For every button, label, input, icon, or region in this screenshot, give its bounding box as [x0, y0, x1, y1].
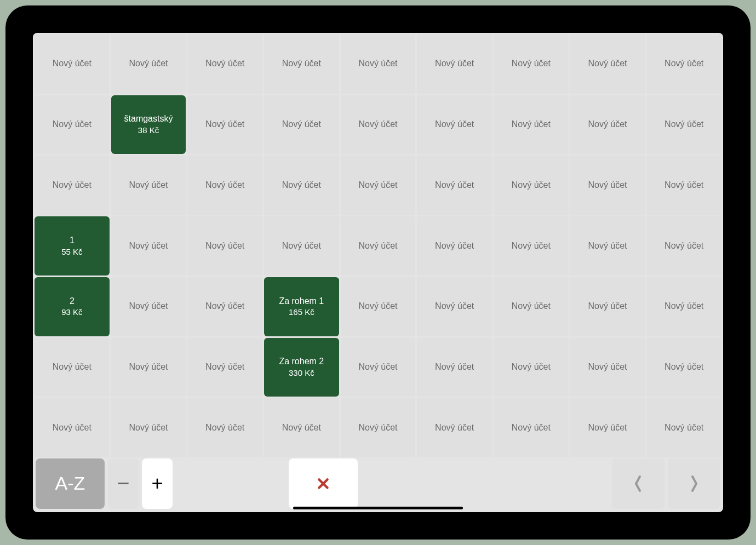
- new-account-tile[interactable]: Nový účet: [35, 95, 110, 154]
- sort-button[interactable]: A-Z: [36, 458, 105, 509]
- new-account-tile[interactable]: Nový účet: [570, 95, 645, 154]
- new-account-label: Nový účet: [512, 240, 551, 252]
- new-account-tile[interactable]: Nový účet: [187, 95, 262, 154]
- new-account-label: Nový účet: [53, 180, 91, 191]
- new-account-tile[interactable]: Nový účet: [341, 338, 416, 397]
- new-account-label: Nový účet: [435, 362, 474, 373]
- new-account-label: Nový účet: [358, 58, 397, 70]
- new-account-tile[interactable]: Nový účet: [264, 216, 339, 276]
- new-account-tile[interactable]: Nový účet: [35, 35, 110, 94]
- new-account-tile[interactable]: Nový účet: [187, 216, 262, 276]
- home-indicator: [293, 507, 463, 509]
- new-account-tile[interactable]: Nový účet: [570, 216, 645, 276]
- new-account-tile[interactable]: Nový účet: [417, 398, 492, 457]
- new-account-tile[interactable]: Nový účet: [341, 95, 416, 154]
- new-account-tile[interactable]: Nový účet: [570, 338, 645, 397]
- new-account-tile[interactable]: Nový účet: [417, 216, 492, 276]
- new-account-tile[interactable]: Nový účet: [646, 277, 721, 336]
- next-page-button[interactable]: [668, 458, 720, 509]
- new-account-tile[interactable]: Nový účet: [570, 277, 645, 336]
- new-account-tile[interactable]: Nový účet: [417, 338, 492, 397]
- open-account-tile[interactable]: 155 Kč: [35, 216, 110, 276]
- new-account-label: Nový účet: [53, 119, 91, 130]
- new-account-tile[interactable]: Nový účet: [187, 156, 262, 215]
- new-account-tile[interactable]: Nový účet: [417, 35, 492, 94]
- new-account-tile[interactable]: Nový účet: [35, 398, 110, 457]
- new-account-tile[interactable]: Nový účet: [646, 95, 721, 154]
- new-account-tile[interactable]: Nový účet: [494, 35, 569, 94]
- new-account-label: Nový účet: [129, 301, 168, 312]
- chevron-right-icon: [689, 474, 699, 493]
- new-account-label: Nový účet: [205, 180, 244, 191]
- new-account-label: Nový účet: [665, 422, 703, 434]
- new-account-tile[interactable]: Nový účet: [111, 156, 186, 215]
- new-account-tile[interactable]: Nový účet: [570, 156, 645, 215]
- new-account-tile[interactable]: Nový účet: [264, 398, 339, 457]
- new-account-tile[interactable]: Nový účet: [35, 338, 110, 397]
- new-account-label: Nový účet: [358, 240, 397, 252]
- account-amount: 38 Kč: [138, 125, 159, 136]
- new-account-label: Nový účet: [129, 180, 168, 191]
- new-account-tile[interactable]: Nový účet: [187, 277, 262, 336]
- new-account-label: Nový účet: [205, 301, 244, 312]
- new-account-tile[interactable]: Nový účet: [494, 338, 569, 397]
- new-account-tile[interactable]: Nový účet: [341, 277, 416, 336]
- new-account-label: Nový účet: [665, 58, 703, 70]
- open-account-tile[interactable]: 293 Kč: [35, 277, 110, 336]
- account-amount: 165 Kč: [289, 307, 314, 318]
- open-account-tile[interactable]: Za rohem 1165 Kč: [264, 277, 339, 336]
- new-account-tile[interactable]: Nový účet: [264, 156, 339, 215]
- new-account-tile[interactable]: Nový účet: [341, 35, 416, 94]
- account-name: Za rohem 2: [279, 356, 324, 368]
- open-account-tile[interactable]: štamgastský38 Kč: [111, 95, 186, 154]
- remove-button[interactable]: −: [108, 458, 139, 509]
- new-account-tile[interactable]: Nový účet: [111, 398, 186, 457]
- close-button[interactable]: [289, 458, 358, 509]
- new-account-tile[interactable]: Nový účet: [646, 156, 721, 215]
- new-account-label: Nový účet: [435, 180, 474, 191]
- new-account-tile[interactable]: Nový účet: [264, 95, 339, 154]
- new-account-tile[interactable]: Nový účet: [494, 398, 569, 457]
- new-account-label: Nový účet: [205, 362, 244, 373]
- add-button[interactable]: +: [142, 458, 173, 509]
- new-account-tile[interactable]: Nový účet: [646, 338, 721, 397]
- new-account-tile[interactable]: Nový účet: [494, 216, 569, 276]
- new-account-label: Nový účet: [665, 301, 703, 312]
- new-account-tile[interactable]: Nový účet: [111, 338, 186, 397]
- new-account-tile[interactable]: Nový účet: [341, 156, 416, 215]
- new-account-tile[interactable]: Nový účet: [570, 398, 645, 457]
- new-account-label: Nový účet: [588, 422, 627, 434]
- new-account-tile[interactable]: Nový účet: [646, 216, 721, 276]
- new-account-label: Nový účet: [358, 362, 397, 373]
- new-account-tile[interactable]: Nový účet: [187, 35, 262, 94]
- new-account-tile[interactable]: Nový účet: [417, 95, 492, 154]
- new-account-tile[interactable]: Nový účet: [187, 338, 262, 397]
- new-account-label: Nový účet: [129, 422, 168, 434]
- new-account-tile[interactable]: Nový účet: [111, 277, 186, 336]
- new-account-label: Nový účet: [358, 422, 397, 434]
- new-account-label: Nový účet: [129, 362, 168, 373]
- new-account-tile[interactable]: Nový účet: [570, 35, 645, 94]
- account-name: Za rohem 1: [279, 296, 324, 307]
- open-account-tile[interactable]: Za rohem 2330 Kč: [264, 338, 339, 397]
- new-account-tile[interactable]: Nový účet: [187, 398, 262, 457]
- new-account-tile[interactable]: Nový účet: [341, 398, 416, 457]
- close-icon: [316, 477, 330, 491]
- new-account-tile[interactable]: Nový účet: [111, 35, 186, 94]
- prev-page-button[interactable]: [612, 458, 665, 509]
- new-account-label: Nový účet: [512, 301, 551, 312]
- new-account-tile[interactable]: Nový účet: [341, 216, 416, 276]
- new-account-tile[interactable]: Nový účet: [417, 156, 492, 215]
- new-account-tile[interactable]: Nový účet: [494, 277, 569, 336]
- new-account-tile[interactable]: Nový účet: [494, 156, 569, 215]
- new-account-label: Nový účet: [53, 362, 91, 373]
- new-account-tile[interactable]: Nový účet: [35, 156, 110, 215]
- new-account-tile[interactable]: Nový účet: [646, 35, 721, 94]
- new-account-label: Nový účet: [665, 119, 703, 130]
- new-account-label: Nový účet: [282, 58, 321, 70]
- new-account-tile[interactable]: Nový účet: [111, 216, 186, 276]
- new-account-tile[interactable]: Nový účet: [264, 35, 339, 94]
- new-account-tile[interactable]: Nový účet: [417, 277, 492, 336]
- new-account-tile[interactable]: Nový účet: [646, 398, 721, 457]
- new-account-tile[interactable]: Nový účet: [494, 95, 569, 154]
